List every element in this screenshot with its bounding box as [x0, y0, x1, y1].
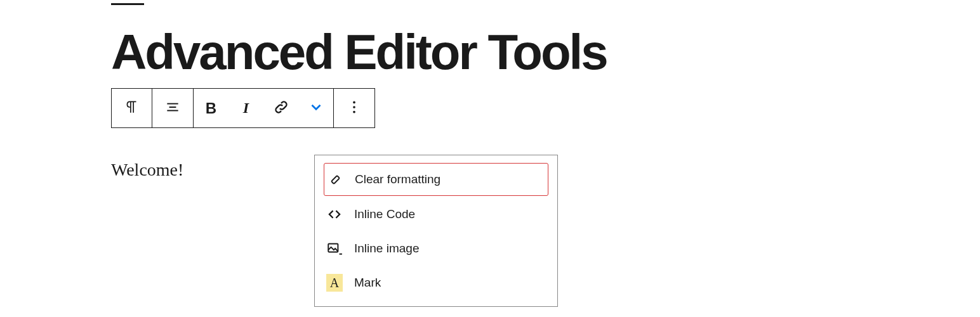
section-divider — [111, 3, 144, 5]
more-vertical-icon — [346, 99, 362, 118]
formatting-dropdown: Clear formatting Inline Code Inline imag… — [314, 155, 558, 307]
code-icon — [326, 206, 343, 223]
dropdown-item-mark[interactable]: A Mark — [315, 266, 557, 300]
svg-point-5 — [353, 110, 355, 113]
toolbar-group-block — [111, 88, 194, 128]
align-icon — [164, 99, 181, 118]
svg-point-3 — [353, 101, 355, 103]
dropdown-item-inline-image[interactable]: Inline image — [315, 231, 557, 266]
toolbar-group-more — [333, 88, 375, 128]
more-options-button[interactable] — [334, 89, 374, 127]
bold-button[interactable]: B — [194, 89, 228, 127]
dropdown-item-label: Mark — [354, 276, 381, 290]
block-toolbar: B I — [111, 88, 980, 128]
link-button[interactable] — [263, 89, 298, 127]
more-formatting-button[interactable] — [298, 89, 333, 127]
dropdown-item-label: Clear formatting — [355, 172, 440, 186]
dropdown-item-clear-formatting[interactable]: Clear formatting — [324, 163, 548, 196]
paragraph-icon — [124, 99, 140, 118]
chevron-down-icon — [308, 99, 324, 118]
paragraph-button[interactable] — [112, 89, 152, 127]
toolbar-group-format: B I — [193, 88, 334, 128]
italic-button[interactable]: I — [228, 89, 263, 127]
dropdown-item-inline-code[interactable]: Inline Code — [315, 197, 557, 231]
italic-icon: I — [243, 100, 249, 117]
page-title: Advanced Editor Tools — [111, 27, 980, 77]
image-icon — [326, 240, 343, 257]
dropdown-item-label: Inline Code — [354, 207, 415, 221]
eraser-icon — [327, 171, 343, 188]
dropdown-item-label: Inline image — [354, 242, 419, 256]
align-button[interactable] — [152, 89, 193, 127]
bold-icon: B — [206, 100, 216, 117]
mark-icon: A — [326, 275, 343, 291]
svg-point-4 — [353, 106, 355, 108]
link-icon — [273, 99, 289, 118]
